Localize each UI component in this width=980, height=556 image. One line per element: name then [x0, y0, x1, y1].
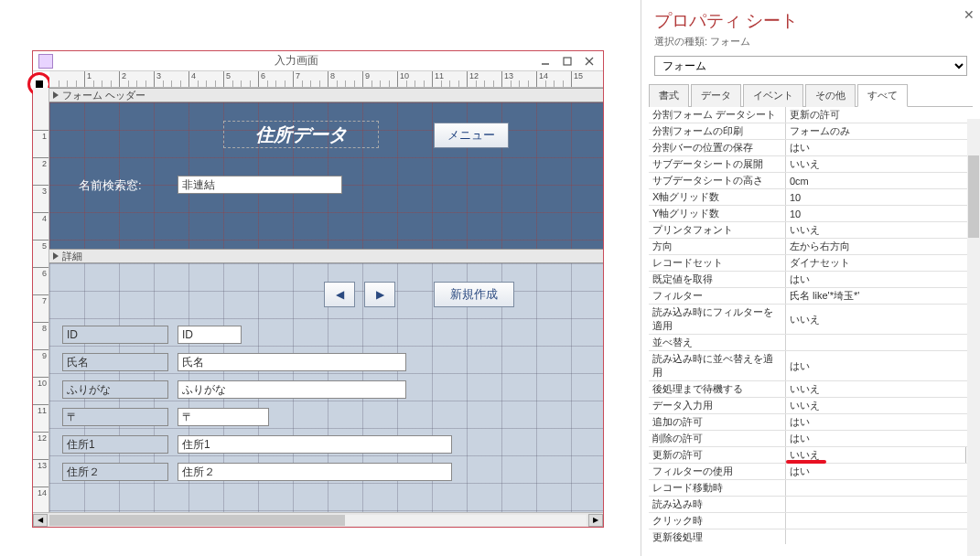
property-row[interactable]: クリック時 [649, 513, 980, 529]
property-row[interactable]: X軸グリッド数10 [649, 189, 980, 206]
field-textbox[interactable]: ふりがな [178, 380, 406, 399]
property-value[interactable]: はい [786, 464, 980, 479]
property-value[interactable]: いいえ [786, 447, 965, 463]
property-row[interactable]: サブデータシートの高さ0cm [649, 173, 980, 189]
field-textbox[interactable]: 氏名 [178, 353, 406, 371]
search-label[interactable]: 名前検索窓: [79, 177, 142, 194]
title-label-control[interactable]: 住所データ [223, 121, 379, 148]
design-canvas[interactable]: フォーム ヘッダー 住所データ メニュー 名前検索窓: 非連結 詳細 ◀ ▶ 新… [49, 88, 603, 527]
property-row[interactable]: 既定値を取得はい [649, 272, 980, 288]
minimize-button[interactable] [537, 54, 554, 69]
property-row[interactable]: 更新の許可いいえ▾ [649, 447, 980, 464]
property-row[interactable]: レコードセットダイナセット [649, 255, 980, 272]
menu-button-control[interactable]: メニュー [434, 123, 509, 148]
search-textbox[interactable]: 非連結 [178, 176, 342, 194]
property-row[interactable]: データ入力用いいえ [649, 398, 980, 414]
property-value[interactable]: いいえ [786, 305, 980, 334]
tab-イベント[interactable]: イベント [743, 84, 803, 107]
property-value[interactable] [786, 513, 980, 529]
form-header-area[interactable]: 住所データ メニュー 名前検索窓: 非連結 [49, 102, 603, 249]
property-row[interactable]: 方向左から右方向 [649, 239, 980, 255]
field-label[interactable]: ふりがな [62, 380, 168, 399]
section-label: 詳細 [62, 250, 82, 263]
property-row[interactable]: フィルター氏名 like'*埼玉*' [649, 288, 980, 305]
property-value[interactable] [786, 497, 980, 512]
property-value[interactable]: いいえ [786, 222, 980, 238]
property-value[interactable]: 氏名 like'*埼玉*' [786, 288, 980, 304]
close-button[interactable] [581, 54, 598, 69]
section-detail[interactable]: 詳細 [49, 249, 603, 263]
property-row[interactable]: サブデータシートの展開いいえ [649, 156, 980, 173]
section-form-header[interactable]: フォーム ヘッダー [49, 88, 603, 102]
property-value[interactable] [786, 480, 980, 496]
field-textbox[interactable]: ID [178, 326, 242, 344]
property-value[interactable]: ダイナセット [786, 255, 980, 271]
property-value[interactable]: はい [786, 414, 980, 430]
scroll-track[interactable] [49, 515, 587, 526]
scroll-thumb[interactable] [968, 155, 979, 238]
field-label[interactable]: 氏名 [62, 353, 168, 371]
property-row[interactable]: 分割フォーム データシート更新の許可 [649, 107, 980, 123]
property-row[interactable]: 更新後処理 [649, 529, 980, 544]
property-name: Y軸グリッド数 [649, 206, 786, 221]
property-value[interactable]: 左から右方向 [786, 239, 980, 254]
property-value[interactable]: はい [786, 431, 980, 446]
tab-その他[interactable]: その他 [805, 84, 856, 107]
field-label[interactable]: ID [62, 326, 168, 344]
maximize-button[interactable] [559, 54, 576, 69]
property-row[interactable]: 削除の許可はい [649, 431, 980, 447]
next-button[interactable]: ▶ [364, 282, 395, 307]
object-selector[interactable]: フォーム [654, 56, 967, 76]
property-name: フィルターの使用 [649, 464, 786, 479]
scroll-right-icon[interactable]: ▶ [588, 514, 603, 527]
property-row[interactable]: 読み込み時にフィルターを適用いいえ [649, 305, 980, 335]
property-value[interactable]: 更新の許可 [786, 107, 980, 123]
property-row[interactable]: プリンタフォントいいえ [649, 222, 980, 239]
scroll-left-icon[interactable]: ◀ [33, 514, 48, 527]
vertical-scrollbar[interactable] [967, 119, 980, 556]
property-row[interactable]: 分割フォームの印刷フォームのみ [649, 123, 980, 140]
property-value[interactable]: いいえ [786, 398, 980, 413]
field-textbox[interactable]: 〒 [178, 408, 269, 426]
property-row[interactable]: フィルターの使用はい [649, 464, 980, 480]
close-icon[interactable]: ✕ [964, 7, 975, 22]
property-value[interactable]: はい [786, 351, 980, 380]
property-row[interactable]: レコード移動時 [649, 480, 980, 497]
field-textbox[interactable]: 住所２ [178, 463, 452, 481]
field-label[interactable]: 〒 [62, 408, 168, 426]
prev-button[interactable]: ◀ [324, 282, 355, 307]
property-name: レコードセット [649, 255, 786, 271]
tab-すべて[interactable]: すべて [857, 84, 908, 107]
property-value[interactable] [786, 335, 980, 350]
property-row[interactable]: 追加の許可はい [649, 414, 980, 431]
property-value[interactable]: いいえ [786, 156, 980, 172]
property-value[interactable]: 10 [786, 206, 980, 221]
property-grid[interactable]: 分割フォーム データシート更新の許可分割フォームの印刷フォームのみ分割バーの位置… [649, 107, 980, 544]
property-value[interactable]: 10 [786, 189, 980, 205]
property-row[interactable]: 後処理まで待機するいいえ [649, 381, 980, 398]
property-row[interactable]: 読み込み時に並べ替えを適用はい [649, 351, 980, 381]
field-textbox[interactable]: 住所1 [178, 435, 452, 454]
detail-area[interactable]: ◀ ▶ 新規作成 IDID氏名氏名ふりがなふりがな〒〒住所1住所1住所２住所２ [49, 263, 603, 527]
property-value[interactable]: はい [786, 272, 980, 287]
property-value[interactable]: フォームのみ [786, 123, 980, 139]
property-value[interactable]: はい [786, 140, 980, 155]
tab-データ[interactable]: データ [691, 84, 741, 107]
property-name: データ入力用 [649, 398, 786, 413]
property-sheet-title: プロパティ シート [641, 0, 980, 35]
selection-type-prefix: 選択の種類: [654, 36, 707, 47]
property-value[interactable] [786, 529, 980, 544]
tab-書式[interactable]: 書式 [649, 84, 689, 107]
property-row[interactable]: Y軸グリッド数10 [649, 206, 980, 222]
new-record-button[interactable]: 新規作成 [434, 282, 514, 307]
window-title: 入力画面 [60, 53, 532, 69]
property-value[interactable]: 0cm [786, 173, 980, 188]
field-label[interactable]: 住所1 [62, 435, 168, 454]
field-label[interactable]: 住所２ [62, 463, 168, 481]
property-row[interactable]: 読み込み時 [649, 497, 980, 513]
property-row[interactable]: 分割バーの位置の保存はい [649, 140, 980, 156]
scroll-thumb[interactable] [49, 515, 345, 526]
property-row[interactable]: 並べ替え [649, 335, 980, 351]
horizontal-scrollbar[interactable]: ◀ ▶ [33, 512, 603, 527]
property-value[interactable]: いいえ [786, 381, 980, 397]
